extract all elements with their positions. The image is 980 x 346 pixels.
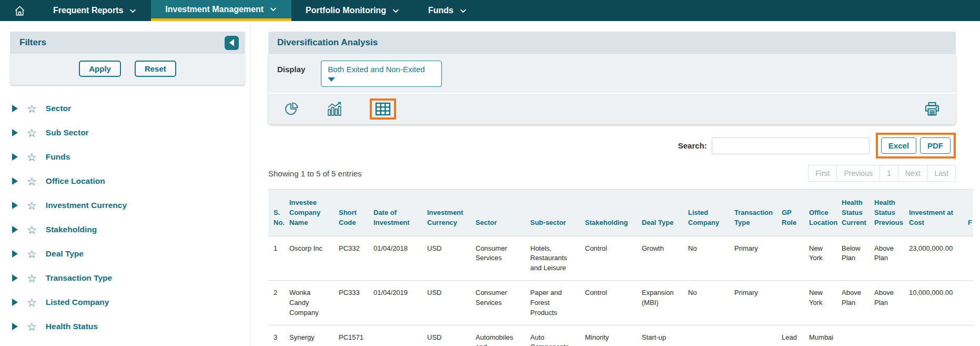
filter-item-label: Stakeholding xyxy=(46,225,97,234)
pdf-button[interactable]: PDF xyxy=(920,137,951,154)
reset-button[interactable]: Reset xyxy=(135,61,176,77)
expand-right-icon xyxy=(12,250,18,258)
column-header-date-of-investment[interactable]: Date of Investment xyxy=(373,190,427,236)
export-buttons-highlight: Excel PDF xyxy=(876,133,956,159)
cell-gp-role: Lead xyxy=(782,325,809,346)
cell-investment-currency: USD xyxy=(427,325,476,346)
filter-item-funds[interactable]: ☆Funds xyxy=(12,145,245,169)
star-icon[interactable]: ☆ xyxy=(27,273,37,284)
filter-item-sector[interactable]: ☆Sector xyxy=(12,96,245,121)
expand-right-icon xyxy=(12,299,18,306)
chevron-down-icon xyxy=(392,7,400,15)
column-header-s-no[interactable]: S. No. xyxy=(268,190,289,236)
cell-deal-type: Growth xyxy=(642,236,688,281)
cell-short-code: PC333 xyxy=(339,281,373,325)
cell-transaction-type: Primary xyxy=(734,281,782,325)
star-icon[interactable]: ☆ xyxy=(27,103,37,114)
column-header-listed-company[interactable]: Listed Company xyxy=(688,190,734,236)
expand-right-icon xyxy=(12,129,18,136)
pie-chart-icon xyxy=(284,102,299,116)
table-row: 1Oscorp IncPC33201/04/2018USDConsumer Se… xyxy=(268,236,973,281)
bar-chart-view-button[interactable] xyxy=(326,102,342,117)
search-label: Search: xyxy=(678,141,707,150)
cell-short-code: PC332 xyxy=(339,236,373,281)
column-header-deal-type[interactable]: Deal Type xyxy=(642,190,688,236)
filter-item-investment-currency[interactable]: ☆Investment Currency xyxy=(12,193,245,218)
nav-item-frequent-reports[interactable]: Frequent Reports xyxy=(39,0,151,21)
display-dropdown[interactable]: Both Exited and Non-Exited xyxy=(321,61,442,87)
pagination-first[interactable]: First xyxy=(808,165,837,182)
nav-item-label: Investment Management xyxy=(165,5,264,14)
pagination: FirstPrevious1NextLast xyxy=(809,165,956,182)
filter-item-stakeholding[interactable]: ☆Stakeholding xyxy=(12,218,245,242)
star-icon[interactable]: ☆ xyxy=(27,127,37,139)
column-header-sector[interactable]: Sector xyxy=(476,190,530,236)
expand-right-icon xyxy=(12,177,18,185)
column-header-health-status-current[interactable]: Health Status Current xyxy=(842,190,874,236)
star-icon[interactable]: ☆ xyxy=(27,200,37,211)
column-header-office-location[interactable]: Office Location xyxy=(809,190,842,236)
search-input[interactable] xyxy=(712,137,870,154)
cell-investment-currency: USD xyxy=(427,281,476,325)
collapse-sidebar-button[interactable] xyxy=(225,36,239,50)
nav-item-funds[interactable]: Funds xyxy=(414,0,481,21)
column-header-investment-currency[interactable]: Investment Currency xyxy=(427,190,476,236)
cell-stakeholding: Control xyxy=(585,281,642,325)
star-icon[interactable]: ☆ xyxy=(27,152,37,163)
pie-chart-view-button[interactable] xyxy=(284,102,299,116)
column-header-short-code[interactable]: Short Code xyxy=(339,190,373,236)
cell-transaction-type: Primary xyxy=(734,236,782,281)
nav-items: Frequent ReportsInvestment ManagementPor… xyxy=(39,0,481,21)
nav-item-investment-management[interactable]: Investment Management xyxy=(151,0,291,21)
nav-item-portfolio-monitoring[interactable]: Portfolio Monitoring xyxy=(291,0,414,21)
filter-item-listed-company[interactable]: ☆Listed Company xyxy=(12,290,245,314)
column-header-transaction-type[interactable]: Transaction Type xyxy=(734,190,782,236)
filter-item-label: Sub Sector xyxy=(46,128,89,137)
apply-button[interactable]: Apply xyxy=(79,61,121,77)
collapse-left-icon xyxy=(229,39,234,46)
filter-list: ☆Sector☆Sub Sector☆Funds☆Office Location… xyxy=(10,85,245,339)
star-icon[interactable]: ☆ xyxy=(27,249,37,260)
column-header-stakeholding[interactable]: Stakeholding xyxy=(585,190,642,236)
filter-item-label: Funds xyxy=(46,152,70,162)
star-icon[interactable]: ☆ xyxy=(27,224,37,235)
filter-item-label: Investment Currency xyxy=(46,201,127,210)
column-header-sub-sector[interactable]: Sub-sector xyxy=(530,190,585,236)
cell-health-status-current: Below Plan xyxy=(842,236,874,281)
filter-item-sub-sector[interactable]: ☆Sub Sector xyxy=(12,121,245,145)
cell-s-no: 2 xyxy=(268,281,289,325)
column-header-f-i[interactable]: F I xyxy=(968,190,973,236)
star-icon[interactable]: ☆ xyxy=(27,297,37,308)
cell-health-status-previous xyxy=(874,325,909,346)
filter-item-label: Office Location xyxy=(46,176,105,186)
filter-item-office-location[interactable]: ☆Office Location xyxy=(12,169,245,193)
pagination-1[interactable]: 1 xyxy=(880,165,898,182)
cell-office-location: New York xyxy=(809,281,842,325)
cell-transaction-type xyxy=(734,325,782,346)
cell-listed-company: No xyxy=(688,281,734,325)
filter-item-health-status[interactable]: ☆Health Status xyxy=(12,314,245,339)
excel-button[interactable]: Excel xyxy=(881,137,916,154)
pagination-next[interactable]: Next xyxy=(898,165,928,182)
cell-investee-company-name: Wonka Candy Company xyxy=(289,281,339,325)
pagination-previous[interactable]: Previous xyxy=(836,165,880,182)
star-icon[interactable]: ☆ xyxy=(27,321,37,332)
cell-f-i xyxy=(968,281,973,325)
display-row: Display Both Exited and Non-Exited xyxy=(268,54,956,94)
filter-item-transaction-type[interactable]: ☆Transaction Type xyxy=(12,266,245,290)
column-header-investment-at-cost[interactable]: Investment at Cost xyxy=(909,190,968,236)
column-header-health-status-previous[interactable]: Health Status Previous xyxy=(874,190,909,236)
table-header-row: S. No.Investee Company NameShort CodeDat… xyxy=(268,190,973,236)
home-button[interactable] xyxy=(0,0,39,21)
expand-right-icon xyxy=(12,153,18,161)
print-button[interactable] xyxy=(924,102,940,116)
table-view-button[interactable] xyxy=(370,98,396,120)
star-icon[interactable]: ☆ xyxy=(27,176,37,187)
column-header-investee-company-name[interactable]: Investee Company Name xyxy=(289,190,339,236)
expand-right-icon xyxy=(12,202,18,209)
pagination-last[interactable]: Last xyxy=(927,165,956,182)
home-icon xyxy=(14,5,26,17)
table-meta-row: Showing 1 to 5 of 5 entries FirstPreviou… xyxy=(268,165,956,182)
column-header-gp-role[interactable]: GP Role xyxy=(782,190,809,236)
filter-item-deal-type[interactable]: ☆Deal Type xyxy=(12,242,245,266)
